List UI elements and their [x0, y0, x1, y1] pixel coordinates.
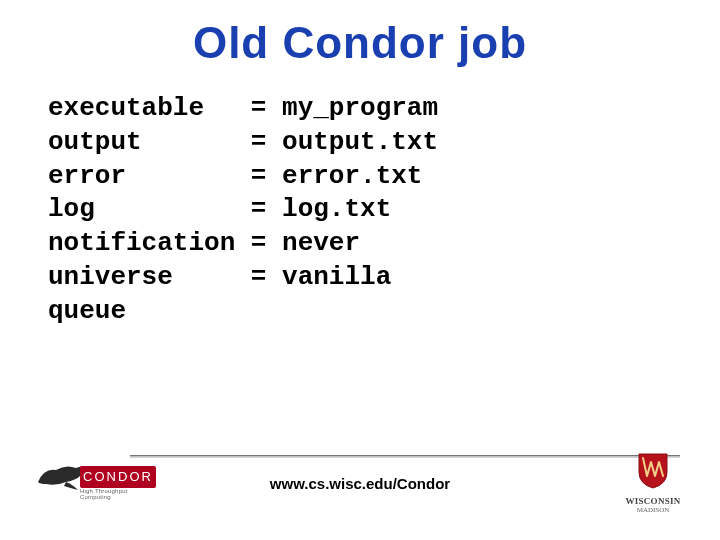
slide-title: Old Condor job [0, 18, 720, 68]
wisconsin-logo-text: WISCONSIN [618, 496, 688, 506]
divider-line [130, 455, 680, 458]
condor-logo-subtext: High Throughput Computing [80, 488, 156, 500]
wisconsin-crest-icon [635, 450, 671, 490]
condor-logo-text: CONDOR [80, 466, 156, 488]
condor-logo: CONDOR High Throughput Computing [36, 458, 156, 506]
wisconsin-logo-subtext: MADISON [618, 506, 688, 514]
wisconsin-logo: WISCONSIN MADISON [618, 450, 688, 514]
job-file-code: executable = my_program output = output.… [48, 92, 720, 329]
